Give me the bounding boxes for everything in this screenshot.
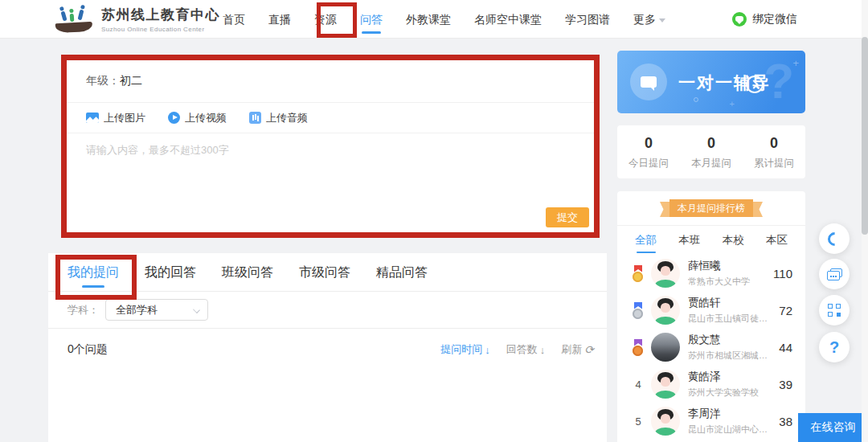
tab-featured-qa[interactable]: 精品问答 — [376, 253, 428, 292]
site-title: 苏州线上教育中心 — [101, 6, 220, 24]
chevron-down-icon — [659, 18, 665, 23]
phone-contact-button[interactable] — [819, 223, 850, 254]
rank-tab-district[interactable]: 本区 — [766, 226, 788, 255]
nav-item-home[interactable]: 首页 — [217, 0, 251, 39]
monthly-ranking-panel: 本月提问排行榜 全部 本班 本校 本区 薛恒曦 常熟市大义中学 110 贾皓轩 … — [617, 191, 805, 442]
student-name: 贾皓轩 — [688, 296, 776, 310]
rank-number: 4 — [635, 379, 641, 391]
student-name: 黄皓泽 — [688, 370, 776, 384]
site-logo[interactable]: 苏州线上教育中心 Suzhou Online Education Center — [55, 4, 220, 35]
student-school: 苏州大学实验学校 — [688, 387, 776, 399]
tab-city-qa[interactable]: 市级问答 — [299, 253, 350, 292]
question-count-value: 72 — [779, 304, 792, 317]
avatar — [651, 333, 680, 362]
header: 苏州线上教育中心 Suzhou Online Education Center … — [0, 0, 868, 39]
ranking-row[interactable]: 殷文慧 苏州市相城区湘城小学 44 — [617, 329, 805, 366]
question-count-value: 38 — [779, 415, 792, 428]
annotation-box-form — [61, 55, 600, 238]
nav-item-qa[interactable]: 问答 — [354, 0, 388, 39]
qrcode-icon — [828, 304, 841, 317]
sort-by-answers[interactable]: 回答数 — [506, 342, 546, 357]
ranking-row[interactable]: 薛恒曦 常熟市大义中学 110 — [617, 255, 805, 292]
question-mark-decor: ? — [764, 52, 794, 109]
phone-icon — [825, 229, 844, 248]
chat-bubble-icon — [641, 76, 657, 88]
ranking-tabs: 全部 本班 本校 本区 — [617, 226, 805, 255]
refresh-button[interactable]: 刷新 — [561, 342, 594, 357]
scrollbar-thumb[interactable] — [862, 37, 868, 235]
tab-class-qa[interactable]: 班级问答 — [222, 253, 273, 292]
annotation-box-my-questions-tab — [55, 255, 137, 300]
nav-item-famous-teacher[interactable]: 名师空中课堂 — [469, 0, 547, 39]
silver-medal-icon — [633, 302, 644, 319]
nav-item-more[interactable]: 更多 — [628, 0, 671, 39]
student-name: 殷文慧 — [688, 333, 776, 347]
sort-down-icon — [485, 344, 490, 356]
avatar — [651, 407, 680, 436]
student-name: 薛恒曦 — [688, 259, 770, 273]
subject-label: 学科： — [68, 303, 99, 317]
rank-tab-all[interactable]: 全部 — [635, 226, 657, 255]
online-consult-button[interactable]: 在线咨询 — [798, 413, 868, 442]
help-icon: ? — [829, 338, 839, 357]
student-school: 昆山市淀山湖中心小学校 — [688, 424, 776, 436]
avatar — [651, 259, 680, 288]
feedback-chat-button[interactable] — [819, 259, 850, 289]
annotation-box-qa-nav — [317, 2, 357, 38]
nav-item-live[interactable]: 直播 — [263, 0, 297, 39]
rank-tab-school[interactable]: 本校 — [723, 226, 744, 255]
sort-down-icon — [540, 344, 546, 356]
avatar — [651, 370, 680, 399]
main-nav: 首页 直播 资源 问答 外教课堂 名师空中课堂 学习图谱 更多 — [217, 0, 671, 39]
question-count: 0个问题 — [68, 342, 108, 357]
chat-icon — [827, 268, 842, 280]
scrollbar-track[interactable] — [862, 0, 868, 442]
student-school: 昆山市玉山镇司徒街小学 — [688, 313, 776, 325]
qrcode-button[interactable] — [819, 295, 850, 325]
tab-my-answers[interactable]: 我的回答 — [145, 253, 196, 292]
bronze-medal-icon — [633, 339, 644, 356]
help-button[interactable]: ? — [819, 332, 850, 362]
student-school: 常熟市大义中学 — [688, 276, 770, 288]
result-row: 0个问题 提问时间 回答数 刷新 — [48, 329, 607, 370]
page: 苏州线上教育中心 Suzhou Online Education Center … — [0, 0, 868, 442]
sort-by-time[interactable]: 提问时间 — [440, 342, 490, 357]
rank-tab-class[interactable]: 本班 — [678, 226, 700, 255]
ranking-row[interactable]: 4 黄皓泽 苏州大学实验学校 39 — [617, 366, 805, 403]
ranking-row[interactable]: 5 李周洋 昆山市淀山湖中心小学校 38 — [617, 403, 805, 440]
gold-medal-icon — [633, 265, 644, 282]
ranking-ribbon: 本月提问排行榜 — [669, 199, 753, 217]
stat-today: 0 今日提问 — [617, 125, 680, 178]
ranking-row[interactable]: 贾皓轩 昆山市玉山镇司徒街小学 72 — [617, 292, 805, 329]
nav-item-foreign-teacher[interactable]: 外教课堂 — [400, 0, 457, 39]
stat-month: 0 本月提问 — [680, 125, 743, 178]
question-stats: 0 今日提问 0 本月提问 0 累计提问 — [617, 125, 805, 178]
site-subtitle: Suzhou Online Education Center — [101, 26, 220, 33]
chevron-down-icon — [193, 306, 200, 313]
stat-total: 0 累计提问 — [743, 125, 805, 178]
boat-logo-icon — [55, 4, 95, 35]
question-count-value: 39 — [779, 378, 792, 391]
subject-select[interactable]: 全部学科 — [105, 299, 208, 321]
question-count-value: 110 — [773, 267, 792, 280]
rank-number: 5 — [635, 415, 641, 428]
bind-wechat-link[interactable]: 绑定微信 — [752, 12, 797, 27]
arrow-circle-icon — [746, 76, 764, 93]
refresh-icon — [584, 343, 594, 356]
avatar — [651, 296, 680, 325]
student-school: 苏州市相城区湘城小学 — [688, 350, 776, 362]
wechat-icon — [732, 12, 747, 27]
one-on-one-tutoring-banner[interactable]: 一对一辅导 ? + + — [617, 51, 805, 113]
student-name: 李周洋 — [688, 407, 776, 421]
nav-item-learning-map[interactable]: 学习图谱 — [559, 0, 616, 39]
question-count-value: 44 — [779, 341, 792, 354]
